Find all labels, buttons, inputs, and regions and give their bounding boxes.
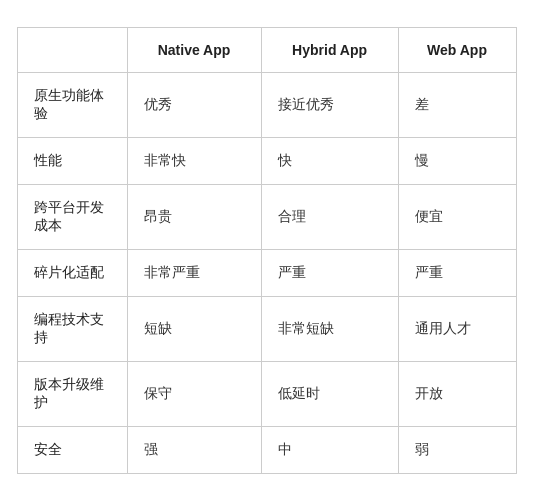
cell-hybrid: 中 — [261, 426, 398, 473]
table-header-row: Native App Hybrid App Web App — [17, 27, 516, 72]
cell-native: 优秀 — [127, 72, 261, 137]
cell-feature: 原生功能体验 — [17, 72, 127, 137]
cell-hybrid: 非常短缺 — [261, 296, 398, 361]
cell-hybrid: 接近优秀 — [261, 72, 398, 137]
comparison-table: Native App Hybrid App Web App 原生功能体验优秀接近… — [17, 27, 517, 474]
table-row: 碎片化适配非常严重严重严重 — [17, 249, 516, 296]
cell-feature: 跨平台开发成本 — [17, 184, 127, 249]
cell-native: 非常快 — [127, 137, 261, 184]
table-row: 性能非常快快慢 — [17, 137, 516, 184]
header-hybrid: Hybrid App — [261, 27, 398, 72]
cell-native: 短缺 — [127, 296, 261, 361]
cell-feature: 编程技术支持 — [17, 296, 127, 361]
cell-web: 慢 — [398, 137, 516, 184]
table-row: 安全强中弱 — [17, 426, 516, 473]
cell-hybrid: 快 — [261, 137, 398, 184]
cell-web: 开放 — [398, 361, 516, 426]
cell-native: 昂贵 — [127, 184, 261, 249]
table-row: 原生功能体验优秀接近优秀差 — [17, 72, 516, 137]
cell-hybrid: 严重 — [261, 249, 398, 296]
cell-web: 便宜 — [398, 184, 516, 249]
header-native: Native App — [127, 27, 261, 72]
cell-feature: 性能 — [17, 137, 127, 184]
cell-native: 强 — [127, 426, 261, 473]
cell-feature: 碎片化适配 — [17, 249, 127, 296]
cell-web: 差 — [398, 72, 516, 137]
cell-feature: 版本升级维护 — [17, 361, 127, 426]
comparison-table-container: Native App Hybrid App Web App 原生功能体验优秀接近… — [17, 27, 517, 474]
header-web: Web App — [398, 27, 516, 72]
cell-feature: 安全 — [17, 426, 127, 473]
header-feature — [17, 27, 127, 72]
cell-native: 非常严重 — [127, 249, 261, 296]
table-row: 跨平台开发成本昂贵合理便宜 — [17, 184, 516, 249]
cell-hybrid: 合理 — [261, 184, 398, 249]
table-row: 版本升级维护保守低延时开放 — [17, 361, 516, 426]
cell-web: 通用人才 — [398, 296, 516, 361]
cell-native: 保守 — [127, 361, 261, 426]
cell-web: 弱 — [398, 426, 516, 473]
table-row: 编程技术支持短缺非常短缺通用人才 — [17, 296, 516, 361]
cell-hybrid: 低延时 — [261, 361, 398, 426]
cell-web: 严重 — [398, 249, 516, 296]
